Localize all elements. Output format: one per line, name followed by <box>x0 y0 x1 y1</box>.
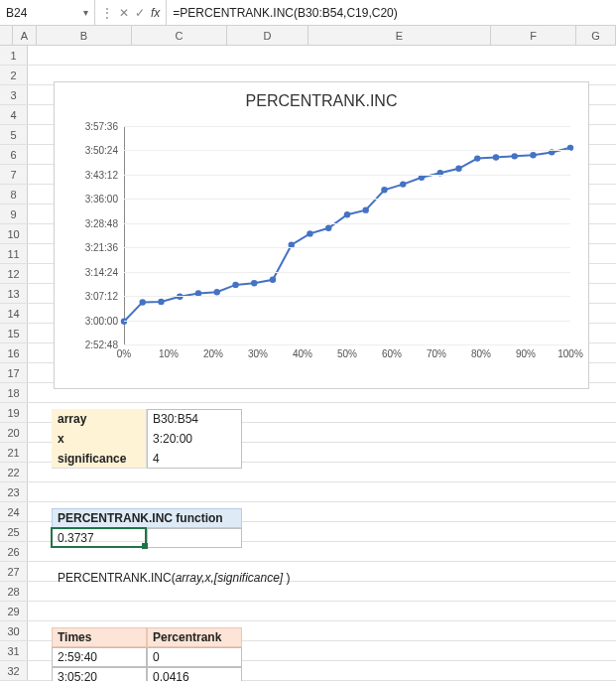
row-header[interactable]: 27 <box>0 562 28 581</box>
chart-y-tick-label: 3:21:36 <box>85 242 124 253</box>
param-x-value[interactable]: 3:20:00 <box>153 429 192 449</box>
chart-gridline <box>124 199 570 200</box>
chart-x-tick-label: 40% <box>293 344 312 359</box>
table-cell-pr: 0.0416 <box>153 667 189 681</box>
row-header[interactable]: 22 <box>0 463 28 481</box>
row-header[interactable]: 20 <box>0 423 28 442</box>
row-header[interactable]: 3 <box>0 85 28 104</box>
chart-y-tick-label: 3:43:12 <box>85 169 124 180</box>
chart-title: PERCENTRANK.INC <box>55 82 588 116</box>
param-sig-value[interactable]: 4 <box>153 449 160 469</box>
row-header[interactable]: 1 <box>0 46 28 65</box>
row-header[interactable]: 24 <box>0 502 28 521</box>
row-header[interactable]: 2 <box>0 66 28 84</box>
chart-data-point <box>381 187 387 193</box>
fx-icon[interactable]: fx <box>151 6 160 20</box>
chart-x-tick-label: 20% <box>203 344 223 359</box>
chart-gridline <box>124 150 570 151</box>
chart-data-point <box>474 155 480 161</box>
chart-x-tick-label: 80% <box>471 344 491 359</box>
column-header[interactable]: C <box>132 26 227 45</box>
chart-data-point <box>512 153 518 159</box>
row-header[interactable]: 12 <box>0 264 28 283</box>
row-header[interactable]: 19 <box>0 403 28 422</box>
chart-data-point <box>251 280 257 286</box>
chevron-down-icon[interactable]: ▾ <box>83 7 88 18</box>
param-sig-label[interactable]: significance <box>58 449 126 469</box>
chart-gridline <box>124 321 570 322</box>
confirm-icon[interactable]: ✓ <box>135 6 145 20</box>
column-header[interactable]: A <box>13 26 37 45</box>
row-header[interactable]: 29 <box>0 602 28 620</box>
row-header[interactable]: 5 <box>0 125 28 144</box>
row-header[interactable]: 6 <box>0 145 28 164</box>
param-x-label[interactable]: x <box>58 429 64 449</box>
row-header[interactable]: 10 <box>0 224 28 243</box>
chart-data-point <box>158 299 164 305</box>
row-header[interactable]: 21 <box>0 443 28 462</box>
chart-gridline <box>124 247 570 248</box>
chart-data-point <box>325 225 331 231</box>
row-header[interactable]: 26 <box>0 542 28 561</box>
row-header[interactable]: 28 <box>0 582 28 601</box>
chart-gridline <box>124 175 570 176</box>
syntax-text[interactable]: PERCENTRANK.INC(array,x,[significance] ) <box>58 568 291 588</box>
row-header[interactable]: 16 <box>0 343 28 362</box>
table-header-times[interactable]: Times <box>58 627 91 647</box>
formula-bar: B24 ▾ ⋮ ✕ ✓ fx =PERCENTRANK.INC(B30:B54,… <box>0 0 616 26</box>
chart-data-point <box>140 299 146 305</box>
row-header[interactable]: 4 <box>0 105 28 124</box>
chart-x-tick-label: 0% <box>117 344 131 359</box>
row-header[interactable]: 9 <box>0 204 28 223</box>
param-array-label[interactable]: array <box>58 409 86 429</box>
formula-input[interactable]: =PERCENTRANK.INC(B30:B54,C19,C20) <box>167 0 616 25</box>
chart-x-tick-label: 50% <box>337 344 357 359</box>
chart-y-tick-label: 3:28:48 <box>85 217 124 228</box>
result-value[interactable]: 0.3737 <box>58 528 94 548</box>
row-header[interactable]: 13 <box>0 284 28 303</box>
row-header[interactable]: 8 <box>0 185 28 204</box>
chart-x-tick-label: 70% <box>427 344 446 359</box>
column-header[interactable]: F <box>491 26 576 45</box>
chart-y-tick-label: 3:00:00 <box>85 315 124 326</box>
chart-data-point <box>400 181 406 187</box>
chart[interactable]: PERCENTRANK.INC 2:52:483:00:003:07:123:1… <box>54 81 589 389</box>
column-header[interactable]: G <box>576 26 616 45</box>
row-header[interactable]: 11 <box>0 244 28 263</box>
table-cell-time: 3:05:20 <box>58 667 97 681</box>
row-header[interactable]: 23 <box>0 482 28 501</box>
table-header-pr[interactable]: Percentrank <box>153 627 221 647</box>
name-box-value: B24 <box>6 6 27 20</box>
more-icon[interactable]: ⋮ <box>101 6 113 20</box>
row-header[interactable]: 15 <box>0 324 28 342</box>
chart-gridline <box>124 272 570 273</box>
row-header[interactable]: 30 <box>0 621 28 640</box>
chart-plot-area: 2:52:483:00:003:07:123:14:243:21:363:28:… <box>124 126 570 344</box>
column-headers: ABCDEFG <box>0 26 616 46</box>
function-header[interactable]: PERCENTRANK.INC function <box>58 508 223 528</box>
table-cell-time: 2:59:40 <box>58 647 97 667</box>
chart-y-tick-label: 3:07:12 <box>85 291 124 302</box>
row-header[interactable]: 17 <box>0 363 28 382</box>
column-header[interactable]: D <box>227 26 308 45</box>
select-all-corner[interactable] <box>0 26 13 45</box>
chart-data-point <box>232 282 238 288</box>
chart-x-tick-label: 100% <box>557 344 583 359</box>
chart-series <box>124 126 570 344</box>
table-cell-pr: 0 <box>153 647 160 667</box>
param-array-value[interactable]: B30:B54 <box>153 409 198 429</box>
row-header[interactable]: 25 <box>0 522 28 541</box>
row-header[interactable]: 32 <box>0 661 28 680</box>
chart-data-point <box>530 152 536 158</box>
column-header[interactable]: B <box>37 26 132 45</box>
row-header[interactable]: 7 <box>0 165 28 184</box>
row-header[interactable]: 18 <box>0 383 28 402</box>
column-header[interactable]: E <box>308 26 491 45</box>
chart-x-tick-label: 90% <box>516 344 536 359</box>
name-box[interactable]: B24 ▾ <box>0 0 95 25</box>
row-header[interactable]: 31 <box>0 641 28 660</box>
cancel-icon[interactable]: ✕ <box>119 6 129 20</box>
chart-y-tick-label: 3:57:36 <box>85 121 124 132</box>
chart-gridline <box>124 296 570 297</box>
row-header[interactable]: 14 <box>0 304 28 323</box>
